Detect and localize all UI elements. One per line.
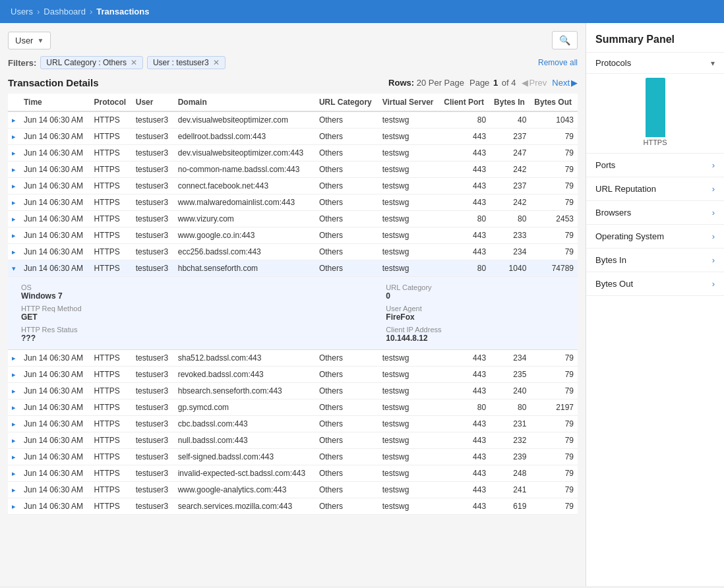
expand-row-button[interactable]: ▸ xyxy=(12,387,16,396)
cell-user: testuser3 xyxy=(132,227,174,244)
page-info: Page 1 of 4 xyxy=(469,78,516,88)
chart-bar-label: HTTPS xyxy=(643,138,667,146)
cell-client-port: 80 xyxy=(440,111,490,129)
panel-item-operating-system[interactable]: Operating System › xyxy=(586,225,724,249)
col-user: User xyxy=(132,94,174,111)
cell-url-category: Others xyxy=(315,211,378,227)
main-layout: User ▼ 🔍 Filters: URL Category : Others … xyxy=(0,23,724,586)
cell-protocol: HTTPS xyxy=(90,482,131,498)
cell-url-category: Others xyxy=(315,383,378,399)
cell-bytes-in: 1040 xyxy=(490,260,530,277)
cell-virtual-server: testswg xyxy=(378,194,440,211)
cell-protocol: HTTPS xyxy=(90,498,131,515)
expand-row-button[interactable]: ▸ xyxy=(12,453,16,461)
detail-user-agent: User Agent FireFox xyxy=(386,305,564,322)
cell-user: testuser3 xyxy=(132,465,174,482)
expand-row-button[interactable]: ▸ xyxy=(12,116,16,125)
cell-user: testuser3 xyxy=(132,194,174,211)
cell-protocol: HTTPS xyxy=(90,260,131,277)
user-dropdown-label: User xyxy=(15,36,33,45)
panel-item-label: Browsers xyxy=(595,208,631,218)
cell-user: testuser3 xyxy=(132,399,174,416)
detail-client-ip: Client IP Address 10.144.8.12 xyxy=(386,326,564,343)
cell-user: testuser3 xyxy=(132,178,174,194)
cell-url-category: Others xyxy=(315,416,378,432)
cell-protocol: HTTPS xyxy=(90,432,131,449)
prev-button[interactable]: ◀ Prev xyxy=(522,78,547,88)
table-row: ▸ Jun 14 06:30 AM HTTPS testuser3 www.go… xyxy=(8,227,578,244)
cell-domain: self-signed.badssl.com:443 xyxy=(174,449,315,465)
expand-row-button[interactable]: ▸ xyxy=(12,198,16,207)
table-row: ▸ Jun 14 06:30 AM HTTPS testuser3 revoke… xyxy=(8,367,578,383)
cell-url-category: Others xyxy=(315,498,378,515)
cell-time: Jun 14 06:30 AM xyxy=(20,227,90,244)
chevron-down-icon: ▼ xyxy=(37,37,44,44)
table-row: ▸ Jun 14 06:30 AM HTTPS testuser3 self-s… xyxy=(8,449,578,465)
remove-user-filter[interactable]: ✕ xyxy=(213,58,220,67)
cell-client-port: 443 xyxy=(440,383,490,399)
breadcrumb-users[interactable]: Users xyxy=(11,7,33,16)
expand-row-button[interactable]: ▸ xyxy=(12,248,16,256)
expand-row-button[interactable]: ▸ xyxy=(12,370,16,379)
panel-item-bytes-in[interactable]: Bytes In › xyxy=(586,249,724,272)
cell-bytes-out: 79 xyxy=(530,178,578,194)
cell-virtual-server: testswg xyxy=(378,178,440,194)
cell-bytes-in: 234 xyxy=(490,350,530,367)
cell-bytes-out: 74789 xyxy=(530,260,578,277)
cell-bytes-in: 80 xyxy=(490,211,530,227)
cell-virtual-server: testswg xyxy=(378,244,440,260)
expand-row-button[interactable]: ▾ xyxy=(12,264,16,273)
expand-row-button[interactable]: ▸ xyxy=(12,149,16,158)
filters-bar: Filters: URL Category : Others ✕ User : … xyxy=(8,56,578,69)
table-row: ▸ Jun 14 06:30 AM HTTPS testuser3 ecc256… xyxy=(8,244,578,260)
expand-row-button[interactable]: ▸ xyxy=(12,469,16,478)
page-current: 1 xyxy=(493,78,498,88)
next-button[interactable]: Next ▶ xyxy=(552,78,578,88)
cell-domain: dev.visualwebsiteoptimizer.com:443 xyxy=(174,145,315,162)
expand-row-button[interactable]: ▸ xyxy=(12,132,16,141)
cell-user: testuser3 xyxy=(132,111,174,129)
filters-label: Filters: xyxy=(8,58,36,68)
cell-user: testuser3 xyxy=(132,449,174,465)
cell-protocol: HTTPS xyxy=(90,350,131,367)
remove-url-category-filter[interactable]: ✕ xyxy=(131,58,137,67)
panel-item-browsers[interactable]: Browsers › xyxy=(586,201,724,225)
cell-bytes-out: 79 xyxy=(530,449,578,465)
cell-virtual-server: testswg xyxy=(378,129,440,145)
transaction-details-title: Transaction Details xyxy=(8,77,99,88)
panel-items-container: Ports › URL Reputation › Browsers › Oper… xyxy=(586,154,724,296)
expand-row-button[interactable]: ▸ xyxy=(12,165,16,174)
cell-bytes-in: 237 xyxy=(490,178,530,194)
expand-row-button[interactable]: ▸ xyxy=(12,420,16,428)
search-button[interactable]: 🔍 xyxy=(552,31,578,49)
expand-row-button[interactable]: ▸ xyxy=(12,182,16,191)
cell-bytes-out: 79 xyxy=(530,129,578,145)
table-row: ▸ Jun 14 06:30 AM HTTPS testuser3 edellr… xyxy=(8,129,578,145)
filter-tag-user: User : testuser3 ✕ xyxy=(147,56,226,69)
cell-time: Jun 14 06:30 AM xyxy=(20,194,90,211)
protocols-chart-area: HTTPS xyxy=(586,74,724,154)
cell-domain: sha512.badssl.com:443 xyxy=(174,350,315,367)
expand-row-button[interactable]: ▸ xyxy=(12,231,16,240)
expand-row-button[interactable]: ▸ xyxy=(12,403,16,412)
panel-item-url-reputation[interactable]: URL Reputation › xyxy=(586,177,724,201)
expand-row-button[interactable]: ▸ xyxy=(12,436,16,445)
table-row: ▸ Jun 14 06:30 AM HTTPS testuser3 search… xyxy=(8,498,578,515)
panel-item-ports[interactable]: Ports › xyxy=(586,154,724,177)
expand-row-button[interactable]: ▸ xyxy=(12,354,16,363)
cell-domain: ecc256.badssl.com:443 xyxy=(174,244,315,260)
cell-domain: www.google-analytics.com:443 xyxy=(174,482,315,498)
cell-user: testuser3 xyxy=(132,260,174,277)
cell-bytes-out: 79 xyxy=(530,162,578,178)
table-row: ▸ Jun 14 06:30 AM HTTPS testuser3 invali… xyxy=(8,465,578,482)
remove-all-filters[interactable]: Remove all xyxy=(538,58,578,67)
expand-row-button[interactable]: ▸ xyxy=(12,486,16,494)
expand-row-button[interactable]: ▸ xyxy=(12,502,16,511)
expand-row-button[interactable]: ▸ xyxy=(12,215,16,223)
panel-item-label: Bytes In xyxy=(595,255,626,265)
protocols-accordion[interactable]: Protocols ▾ xyxy=(586,53,724,74)
user-dropdown[interactable]: User ▼ xyxy=(8,32,51,49)
breadcrumb-dashboard[interactable]: Dashboard xyxy=(44,7,86,16)
table-row: ▸ Jun 14 06:30 AM HTTPS testuser3 cbc.ba… xyxy=(8,416,578,432)
panel-item-bytes-out[interactable]: Bytes Out › xyxy=(586,272,724,296)
